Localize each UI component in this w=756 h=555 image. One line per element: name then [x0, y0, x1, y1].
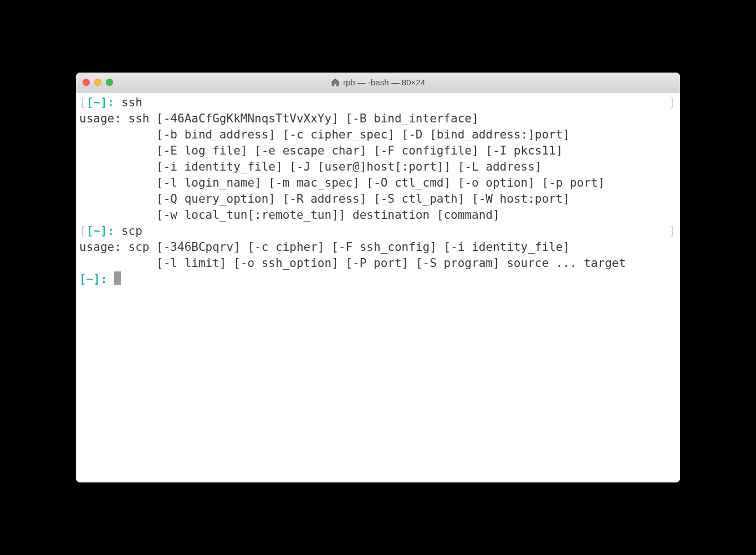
window-title: rpb — -bash — 80×24 [76, 78, 680, 87]
line-continuation-bracket: [ [79, 224, 86, 238]
traffic-lights [83, 79, 113, 86]
output-line: [-b bind_address] [-c cipher_spec] [-D [… [79, 127, 677, 143]
close-button[interactable] [83, 79, 90, 86]
output-line: [-E log_file] [-e escape_char] [-F confi… [79, 143, 677, 159]
terminal-line: [[~]: scp] [79, 223, 677, 239]
home-icon [331, 78, 340, 87]
terminal-line: [[~]: ssh] [79, 95, 677, 111]
line-end-bracket: ] [668, 223, 676, 239]
minimize-button[interactable] [94, 79, 101, 86]
command-text: scp [114, 224, 142, 238]
output-line: [-Q query_option] [-R address] [-S ctl_p… [79, 191, 677, 207]
line-continuation-bracket: [ [79, 96, 86, 109]
output-line: usage: ssh [-46AaCfGgKkMNnqsTtVvXxYy] [-… [79, 111, 677, 127]
window-title-text: rpb — -bash — 80×24 [343, 78, 425, 87]
shell-prompt: [~]: [86, 96, 115, 109]
output-line: [-i identity_file] [-J [user@]host[:port… [79, 159, 677, 175]
output-line: [-w local_tun[:remote_tun]] destination … [79, 207, 677, 223]
cursor [114, 271, 121, 285]
terminal-body[interactable]: [[~]: ssh]usage: ssh [-46AaCfGgKkMNnqsTt… [76, 92, 680, 482]
command-text: ssh [114, 96, 142, 109]
terminal-window: rpb — -bash — 80×24 [[~]: ssh]usage: ssh… [76, 73, 680, 482]
terminal-line: [~]: [79, 271, 677, 287]
shell-prompt: [~]: [79, 273, 108, 286]
output-line: usage: scp [-346BCpqrv] [-c cipher] [-F … [79, 239, 677, 255]
zoom-button[interactable] [106, 79, 113, 86]
titlebar[interactable]: rpb — -bash — 80×24 [76, 73, 680, 92]
shell-prompt: [~]: [86, 224, 115, 238]
output-line: [-l login_name] [-m mac_spec] [-O ctl_cm… [79, 175, 677, 191]
line-end-bracket: ] [668, 95, 676, 111]
output-line: [-l limit] [-o ssh_option] [-P port] [-S… [79, 255, 677, 271]
